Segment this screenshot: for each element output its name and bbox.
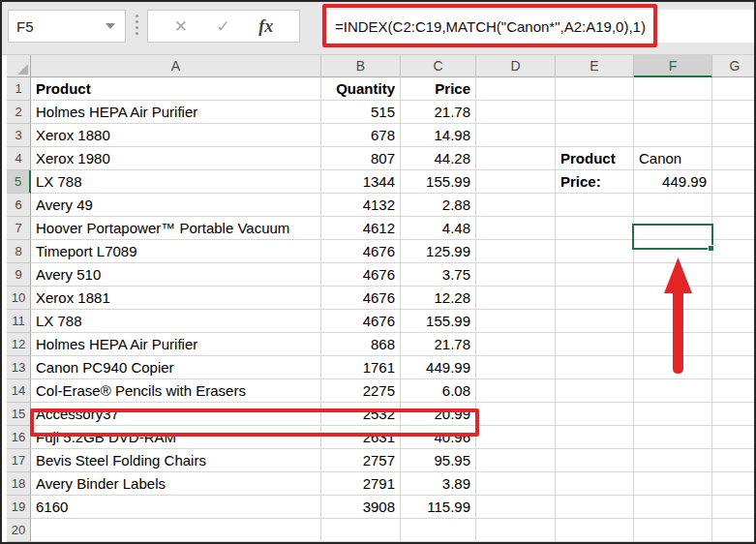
row-header-18[interactable]: 18 — [7, 472, 31, 496]
cell-A3[interactable]: Xerox 1880 — [31, 124, 321, 147]
cell-D7[interactable] — [476, 217, 556, 240]
cell-A2[interactable]: Holmes HEPA Air Purifier — [31, 101, 321, 124]
cell-A9[interactable]: Avery 510 — [31, 263, 321, 287]
cell-G16[interactable] — [712, 426, 756, 449]
row-header-19[interactable]: 19 — [7, 496, 31, 519]
row-header-2[interactable]: 2 — [7, 101, 31, 124]
cell-G19[interactable] — [712, 496, 756, 519]
column-header-A[interactable]: A — [31, 55, 321, 77]
cell-B2[interactable]: 515 — [321, 101, 401, 124]
cell-G3[interactable] — [712, 124, 756, 147]
cell-G15[interactable] — [712, 403, 756, 426]
cell-D9[interactable] — [476, 263, 556, 287]
cell-C6[interactable]: 2.88 — [401, 194, 476, 217]
cell-A13[interactable]: Canon PC940 Copier — [31, 356, 321, 379]
cell-C4[interactable]: 44.28 — [401, 147, 476, 170]
cell-G2[interactable] — [712, 101, 756, 124]
cell-G1[interactable] — [712, 77, 756, 101]
cell-E15[interactable] — [556, 403, 634, 426]
cell-A5[interactable]: LX 788 — [31, 170, 321, 194]
cell-F3[interactable] — [634, 124, 712, 147]
cell-D13[interactable] — [476, 356, 556, 379]
cell-C18[interactable]: 3.89 — [401, 472, 476, 496]
cell-D18[interactable] — [476, 472, 556, 496]
row-header-5[interactable]: 5 — [7, 170, 31, 194]
cell-D19[interactable] — [476, 496, 556, 519]
column-header-D[interactable]: D — [476, 55, 556, 77]
cell-D15[interactable] — [476, 403, 556, 426]
row-header-15[interactable]: 15 — [7, 403, 31, 426]
cell-G9[interactable] — [712, 263, 756, 287]
cell-D4[interactable] — [476, 147, 556, 170]
cell-E7[interactable] — [556, 217, 634, 240]
row-header-14[interactable]: 14 — [7, 379, 31, 403]
cell-E19[interactable] — [556, 496, 634, 519]
cell-B20[interactable] — [321, 519, 401, 542]
cell-E20[interactable] — [556, 519, 634, 542]
cell-D20[interactable] — [476, 519, 556, 542]
column-header-E[interactable]: E — [556, 55, 634, 77]
cell-F18[interactable] — [634, 472, 712, 496]
cell-A6[interactable]: Avery 49 — [31, 194, 321, 217]
cell-D14[interactable] — [476, 379, 556, 403]
row-header-6[interactable]: 6 — [7, 194, 31, 217]
column-header-G[interactable]: G — [712, 55, 756, 77]
cell-F10[interactable] — [634, 287, 712, 310]
cell-F16[interactable] — [634, 426, 712, 449]
cell-C9[interactable]: 3.75 — [401, 263, 476, 287]
cell-B14[interactable]: 2275 — [321, 379, 401, 403]
cell-F17[interactable] — [634, 449, 712, 472]
cell-F12[interactable] — [634, 333, 712, 356]
cell-D16[interactable] — [476, 426, 556, 449]
cell-E16[interactable] — [556, 426, 634, 449]
cell-C2[interactable]: 21.78 — [401, 101, 476, 124]
cell-G13[interactable] — [712, 356, 756, 379]
row-header-3[interactable]: 3 — [7, 124, 31, 147]
cell-D17[interactable] — [476, 449, 556, 472]
cell-E3[interactable] — [556, 124, 634, 147]
chevron-down-icon[interactable] — [106, 23, 115, 29]
cell-C7[interactable]: 4.48 — [401, 217, 476, 240]
cell-A12[interactable]: Holmes HEPA Air Purifier — [31, 333, 321, 356]
cell-D10[interactable] — [476, 287, 556, 310]
row-header-8[interactable]: 8 — [7, 240, 31, 263]
row-header-1[interactable]: 1 — [7, 77, 31, 101]
cell-G11[interactable] — [712, 310, 756, 333]
cell-A4[interactable]: Xerox 1980 — [31, 147, 321, 170]
cell-C8[interactable]: 125.99 — [401, 240, 476, 263]
cell-G6[interactable] — [712, 194, 756, 217]
cell-E2[interactable] — [556, 101, 634, 124]
cell-B13[interactable]: 1761 — [321, 356, 401, 379]
enter-icon[interactable]: ✓ — [217, 16, 230, 37]
row-header-4[interactable]: 4 — [7, 147, 31, 170]
cell-C19[interactable]: 115.99 — [401, 496, 476, 519]
cell-C16[interactable]: 40.96 — [401, 426, 476, 449]
cell-A1[interactable]: Product — [31, 77, 321, 101]
cell-B5[interactable]: 1344 — [321, 170, 401, 194]
row-header-7[interactable]: 7 — [7, 217, 31, 240]
cell-E14[interactable] — [556, 379, 634, 403]
cell-C20[interactable] — [401, 519, 476, 542]
cell-B16[interactable]: 2631 — [321, 426, 401, 449]
column-header-F[interactable]: F — [634, 55, 712, 77]
row-header-17[interactable]: 17 — [7, 449, 31, 472]
select-all-button[interactable] — [7, 55, 31, 77]
cell-F19[interactable] — [634, 496, 712, 519]
cell-E9[interactable] — [556, 263, 634, 287]
cell-G8[interactable] — [712, 240, 756, 263]
column-header-C[interactable]: C — [401, 55, 476, 77]
cell-F15[interactable] — [634, 403, 712, 426]
cell-E1[interactable] — [556, 77, 634, 101]
cell-F8[interactable] — [634, 240, 712, 263]
cell-D8[interactable] — [476, 240, 556, 263]
cell-D3[interactable] — [476, 124, 556, 147]
cancel-icon[interactable]: ✕ — [174, 16, 188, 37]
cell-B6[interactable]: 4132 — [321, 194, 401, 217]
cell-A16[interactable]: Fuji 5.2GB DVD-RAM — [31, 426, 321, 449]
cell-C11[interactable]: 155.99 — [401, 310, 476, 333]
cell-D5[interactable] — [476, 170, 556, 194]
cell-B8[interactable]: 4676 — [321, 240, 401, 263]
cell-D6[interactable] — [476, 194, 556, 217]
cell-A7[interactable]: Hoover Portapower™ Portable Vacuum — [31, 217, 321, 240]
cell-A19[interactable]: 6160 — [31, 496, 321, 519]
